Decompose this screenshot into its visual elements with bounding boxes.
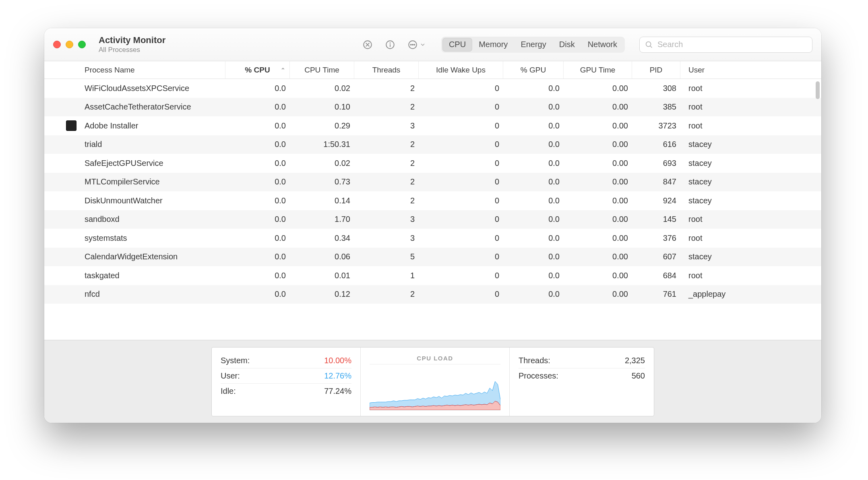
- gpu-time: 0.00: [612, 102, 628, 112]
- process-name: AssetCacheTetheratorService: [85, 102, 191, 112]
- table-row[interactable]: systemstats0.00.34300.00.00376root: [44, 229, 821, 248]
- user: root: [688, 271, 702, 280]
- idle-wakeups: 0: [495, 84, 499, 93]
- threads: 2: [410, 196, 415, 205]
- close-window-button[interactable]: [53, 41, 61, 48]
- inspect-process-button[interactable]: [382, 37, 398, 52]
- pid: 616: [663, 140, 676, 149]
- col-pid[interactable]: PID: [632, 61, 680, 79]
- system-value: 10.00%: [324, 356, 351, 365]
- pid: 693: [663, 159, 676, 168]
- system-label: System:: [221, 356, 250, 365]
- col-gpu-percent[interactable]: % GPU: [503, 61, 564, 79]
- summary-panel: System:10.00% User:12.76% Idle:77.24% CP…: [211, 347, 654, 416]
- table-row[interactable]: WiFiCloudAssetsXPCService0.00.02200.00.0…: [44, 79, 821, 98]
- gpu-percent: 0.0: [548, 102, 560, 112]
- table-row[interactable]: DiskUnmountWatcher0.00.14200.00.00924sta…: [44, 191, 821, 210]
- user: root: [688, 121, 702, 130]
- col-idle-wakeups[interactable]: Idle Wake Ups: [419, 61, 503, 79]
- window-title: Activity Monitor: [99, 35, 165, 46]
- user: stacey: [688, 252, 712, 261]
- cpu-time: 1:50.31: [323, 140, 350, 149]
- category-tabs: CPUMemoryEnergyDiskNetwork: [441, 37, 625, 53]
- window-controls: [53, 41, 86, 48]
- user-value: 12.76%: [324, 371, 351, 381]
- gpu-time: 0.00: [612, 271, 628, 280]
- threads: 2: [410, 140, 415, 149]
- table-row[interactable]: sandboxd0.01.70300.00.00145root: [44, 210, 821, 229]
- cpu-breakdown: System:10.00% User:12.76% Idle:77.24%: [212, 348, 361, 416]
- info-icon: [385, 39, 395, 50]
- table-row[interactable]: MTLCompilerService0.00.73200.00.00847sta…: [44, 173, 821, 192]
- cpu-time: 0.12: [335, 290, 350, 299]
- table-row[interactable]: nfcd0.00.12200.00.00761_applepay: [44, 285, 821, 304]
- idle-wakeups: 0: [495, 121, 499, 130]
- table-row[interactable]: SafeEjectGPUService0.00.02200.00.00693st…: [44, 154, 821, 173]
- cpu-percent: 0.0: [275, 290, 286, 299]
- gpu-percent: 0.0: [548, 140, 560, 149]
- cpu-percent: 0.0: [275, 234, 286, 243]
- cpu-time: 0.10: [335, 102, 350, 112]
- user: _applepay: [688, 290, 725, 299]
- gpu-percent: 0.0: [548, 159, 560, 168]
- footer: System:10.00% User:12.76% Idle:77.24% CP…: [44, 340, 821, 423]
- gpu-time: 0.00: [612, 177, 628, 186]
- col-cpu-time[interactable]: CPU Time: [290, 61, 354, 79]
- idle-wakeups: 0: [495, 252, 499, 261]
- stop-process-button[interactable]: [360, 37, 375, 52]
- tab-disk[interactable]: Disk: [553, 38, 581, 52]
- search-input[interactable]: [657, 40, 807, 49]
- table-row[interactable]: taskgated0.00.01100.00.00684root: [44, 266, 821, 285]
- threads-value: 2,325: [625, 356, 645, 365]
- processes-value: 560: [632, 371, 645, 381]
- col-gpu-time[interactable]: GPU Time: [564, 61, 632, 79]
- cpu-percent: 0.0: [275, 102, 286, 112]
- chevron-down-icon: [420, 41, 426, 48]
- gpu-percent: 0.0: [548, 234, 560, 243]
- process-table[interactable]: WiFiCloudAssetsXPCService0.00.02200.00.0…: [44, 79, 821, 340]
- cpu-time: 0.73: [335, 177, 350, 186]
- toolbar: Activity Monitor All Processes CPUMemory…: [44, 28, 821, 61]
- svg-point-8: [412, 44, 413, 45]
- pid: 3723: [659, 121, 677, 130]
- tab-network[interactable]: Network: [581, 38, 624, 52]
- svg-point-4: [390, 43, 390, 43]
- table-row[interactable]: CalendarWidgetExtension0.00.06500.00.006…: [44, 248, 821, 267]
- table-row[interactable]: triald0.01:50.31200.00.00616stacey: [44, 135, 821, 154]
- table-row[interactable]: AssetCacheTetheratorService0.00.10200.00…: [44, 98, 821, 117]
- sort-caret-icon: ⌃: [281, 67, 285, 73]
- user: stacey: [688, 196, 712, 205]
- threads: 2: [410, 177, 415, 186]
- idle-wakeups: 0: [495, 290, 499, 299]
- gpu-percent: 0.0: [548, 177, 560, 186]
- process-name: triald: [85, 140, 102, 149]
- options-menu-button[interactable]: [405, 37, 428, 52]
- col-process-name[interactable]: Process Name: [44, 61, 225, 79]
- table-row[interactable]: Adobe Installer0.00.29300.00.003723root: [44, 116, 821, 135]
- cpu-percent: 0.0: [275, 140, 286, 149]
- process-name: nfcd: [85, 290, 100, 299]
- zoom-window-button[interactable]: [78, 41, 86, 48]
- scrollbar-thumb[interactable]: [816, 81, 820, 99]
- threads: 5: [410, 252, 415, 261]
- pid: 924: [663, 196, 676, 205]
- idle-wakeups: 0: [495, 102, 499, 112]
- col-user[interactable]: User: [680, 61, 814, 79]
- tab-memory[interactable]: Memory: [472, 38, 514, 52]
- tab-cpu[interactable]: CPU: [442, 38, 472, 52]
- gpu-time: 0.00: [612, 121, 628, 130]
- user: root: [688, 102, 702, 112]
- process-name: systemstats: [85, 234, 127, 243]
- col-threads[interactable]: Threads: [354, 61, 419, 79]
- svg-point-10: [646, 41, 651, 46]
- chart-title: CPU LOAD: [370, 353, 500, 364]
- search-field[interactable]: [639, 37, 812, 53]
- gpu-percent: 0.0: [548, 290, 560, 299]
- pid: 607: [663, 252, 676, 261]
- user: stacey: [688, 140, 712, 149]
- tab-energy[interactable]: Energy: [514, 38, 552, 52]
- threads: 2: [410, 102, 415, 112]
- col-cpu-percent[interactable]: % CPU⌃: [225, 61, 290, 79]
- cpu-time: 0.02: [335, 159, 350, 168]
- minimize-window-button[interactable]: [66, 41, 73, 48]
